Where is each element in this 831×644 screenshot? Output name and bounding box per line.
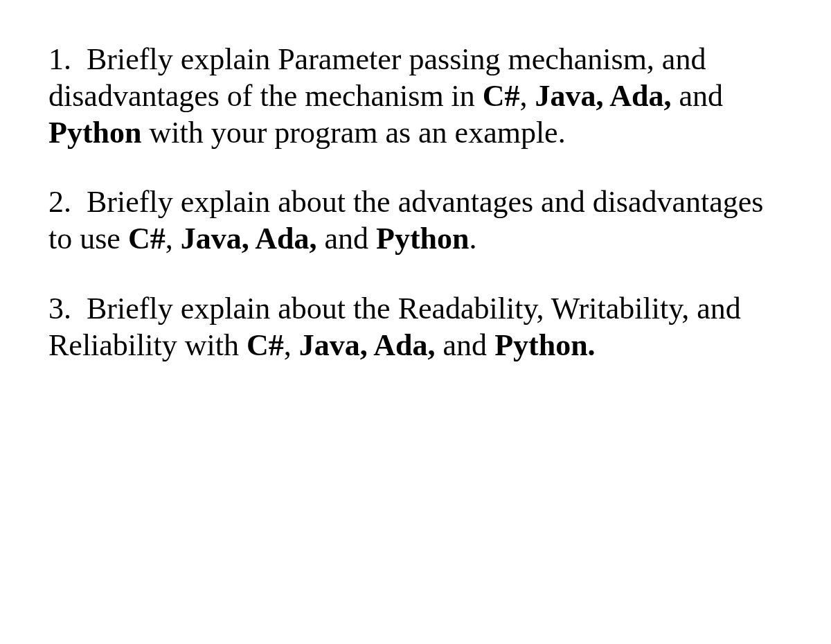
language-python: Python: [376, 222, 469, 256]
question-text-after: .: [470, 222, 477, 256]
text-separator: and: [436, 328, 495, 362]
language-python: Python: [48, 116, 141, 150]
language-java-ada: Java, Ada,: [535, 79, 672, 113]
question-number: 2.: [48, 185, 71, 219]
language-csharp: C#: [128, 222, 166, 256]
language-java-ada: Java, Ada,: [299, 328, 436, 362]
question-1: 1. Briefly explain Parameter passing mec…: [48, 42, 783, 151]
text-separator: and: [671, 79, 723, 113]
text-separator: and: [317, 222, 377, 256]
language-python: Python.: [494, 328, 595, 362]
question-number: 3.: [48, 292, 71, 325]
question-number: 1.: [48, 42, 71, 76]
language-csharp: C#: [247, 328, 284, 362]
text-separator: ,: [284, 328, 299, 362]
text-separator: ,: [166, 222, 181, 256]
question-2: 2. Briefly explain about the advantages …: [48, 184, 783, 258]
language-java-ada: Java, Ada,: [181, 222, 317, 256]
question-text-after: with your program as an example.: [141, 116, 565, 150]
language-csharp: C#: [483, 79, 520, 113]
text-separator: ,: [520, 79, 535, 113]
question-3: 3. Briefly explain about the Readability…: [48, 291, 783, 364]
